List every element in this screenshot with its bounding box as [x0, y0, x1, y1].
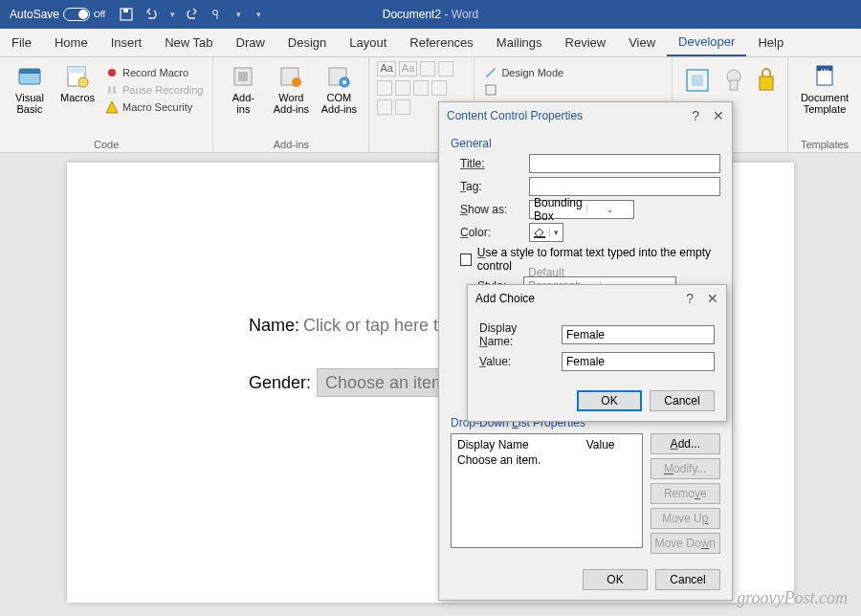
checkbox-control-icon[interactable]: [377, 80, 392, 96]
chevron-down-icon: ⌄: [586, 205, 633, 214]
show-as-combo[interactable]: Bounding Box ⌄: [529, 200, 634, 219]
group-templates: W Document Template Templates: [788, 57, 861, 152]
show-as-label: Show as:: [460, 203, 521, 216]
ribbon-tabs: File Home Insert New Tab Draw Design Lay…: [0, 29, 861, 57]
lock-icon[interactable]: [757, 67, 776, 92]
addins-icon: [230, 63, 256, 90]
com-addins-button[interactable]: COM Add-ins: [317, 61, 361, 117]
pause-icon: [105, 83, 119, 97]
svg-rect-6: [68, 67, 85, 73]
visual-basic-icon: [16, 63, 43, 90]
restrict-editing-icon[interactable]: [720, 67, 747, 94]
warning-icon: [105, 100, 119, 114]
name-label: Name:: [249, 316, 299, 336]
add-choice-dialog: Add Choice ? ✕ Display Name: Value: OK C…: [467, 284, 727, 422]
svg-rect-1: [123, 9, 128, 12]
tab-developer[interactable]: Developer: [667, 29, 746, 56]
title-bar: AutoSave Off ▾ ▾ ▾ Document2 - Word: [0, 0, 861, 29]
color-picker[interactable]: ▾: [529, 223, 563, 242]
pause-recording-label: Pause Recording: [122, 84, 203, 96]
ok-button[interactable]: OK: [583, 569, 648, 590]
tab-layout[interactable]: Layout: [338, 29, 398, 56]
value-label: Value:: [479, 355, 554, 368]
gender-label: Gender:: [249, 373, 311, 393]
addins-button[interactable]: Add- ins: [221, 61, 265, 117]
visual-basic-button[interactable]: Visual Basic: [8, 61, 52, 117]
tab-view[interactable]: View: [617, 29, 667, 56]
group-code: Visual Basic Macros Record Macro Pause R…: [0, 57, 213, 152]
picture-control-icon[interactable]: [420, 61, 435, 77]
record-macro-label: Record Macro: [122, 67, 188, 78]
tab-references[interactable]: References: [398, 29, 484, 56]
tab-draw[interactable]: Draw: [225, 29, 276, 56]
xml-mapping-icon[interactable]: [684, 67, 711, 94]
chevron-down-icon: ▾: [549, 228, 563, 237]
tab-home[interactable]: Home: [43, 29, 99, 56]
help-button[interactable]: ?: [692, 108, 699, 123]
use-style-checkbox[interactable]: [460, 253, 472, 266]
tab-mailings[interactable]: Mailings: [485, 29, 554, 56]
tag-input[interactable]: [529, 177, 720, 196]
redo-icon[interactable]: [185, 7, 200, 22]
svg-rect-12: [238, 72, 248, 81]
tab-new-tab[interactable]: New Tab: [153, 29, 224, 56]
value-input[interactable]: [562, 352, 715, 371]
tab-design[interactable]: Design: [276, 29, 338, 56]
svg-point-8: [108, 69, 116, 77]
close-icon[interactable]: ✕: [707, 291, 718, 306]
document-template-button[interactable]: W Document Template: [796, 61, 853, 117]
richtext-control-icon[interactable]: Aa: [377, 61, 395, 77]
tab-file[interactable]: File: [0, 29, 43, 56]
close-icon[interactable]: ✕: [713, 108, 724, 123]
undo-dropdown-icon[interactable]: ▾: [170, 10, 175, 19]
document-template-icon: W: [811, 63, 838, 90]
cancel-button[interactable]: Cancel: [650, 390, 715, 411]
touch-mode-icon[interactable]: [210, 7, 225, 22]
properties-button[interactable]: [482, 82, 499, 98]
date-control-icon[interactable]: [431, 80, 447, 96]
macro-security-label: Macro Security: [122, 101, 192, 113]
macros-label: Macros: [60, 92, 95, 103]
tab-insert[interactable]: Insert: [99, 29, 154, 56]
display-name-input[interactable]: [562, 325, 715, 344]
touch-dropdown-icon[interactable]: ▾: [236, 10, 241, 19]
autosave-label: AutoSave: [10, 8, 59, 21]
save-icon[interactable]: [119, 7, 134, 22]
tag-label: Tag:: [460, 180, 521, 193]
tab-review[interactable]: Review: [554, 29, 618, 56]
dialog-titlebar: Content Control Properties ? ✕: [439, 102, 732, 129]
group-code-label: Code: [8, 137, 205, 150]
macro-security-button[interactable]: Macro Security: [103, 99, 205, 115]
building-block-control-icon[interactable]: [438, 61, 453, 77]
autosave-toggle[interactable]: AutoSave Off: [4, 8, 111, 21]
record-macro-button[interactable]: Record Macro: [103, 65, 205, 80]
add-choice-title: Add Choice: [475, 292, 535, 305]
properties-icon: [484, 83, 497, 97]
section-general: General: [451, 137, 720, 150]
svg-rect-22: [730, 80, 738, 90]
tab-help[interactable]: Help: [746, 29, 795, 56]
combo-control-icon[interactable]: [395, 80, 410, 96]
record-icon: [105, 66, 119, 79]
title-label: Title:: [460, 157, 521, 170]
group-templates-label: Templates: [796, 137, 853, 150]
design-mode-button[interactable]: Design Mode: [482, 65, 565, 80]
col-value: Value: [586, 438, 615, 451]
repeating-control-icon[interactable]: [377, 99, 392, 115]
undo-icon[interactable]: [144, 7, 159, 22]
ok-button[interactable]: OK: [577, 390, 642, 411]
cancel-button[interactable]: Cancel: [655, 569, 720, 590]
word-addins-button[interactable]: Word Add-ins: [269, 61, 313, 117]
macros-button[interactable]: Macros: [55, 61, 99, 105]
dropdown-listbox[interactable]: Display Name Value Choose an item.: [451, 433, 643, 548]
add-button[interactable]: Add...: [651, 433, 720, 454]
dropdown-control-icon[interactable]: [413, 80, 429, 96]
plaintext-control-icon[interactable]: Aa: [399, 61, 417, 77]
qat-customize-icon[interactable]: ▾: [256, 10, 261, 19]
app-name: - Word: [441, 8, 478, 21]
legacy-tools-icon[interactable]: [395, 99, 410, 115]
title-input[interactable]: [529, 154, 720, 173]
help-button[interactable]: ?: [686, 291, 694, 306]
svg-point-14: [292, 77, 301, 87]
list-item[interactable]: Choose an item.: [457, 453, 636, 467]
